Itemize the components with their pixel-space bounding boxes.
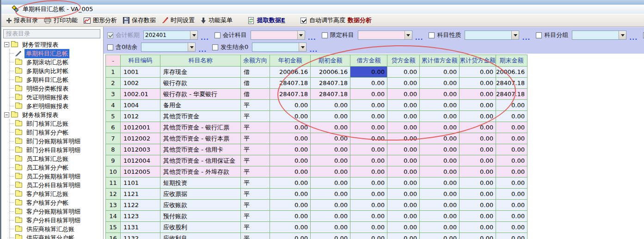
amount-cell[interactable]: 0.00 (460, 155, 496, 166)
balance-direction-cell[interactable]: 平 (241, 233, 270, 239)
row-number-cell[interactable]: 7 (106, 133, 121, 144)
balance-direction-cell[interactable]: 借 (241, 89, 270, 100)
amount-cell[interactable]: 0.00 (350, 222, 387, 233)
amount-cell[interactable]: 0.00 (460, 122, 496, 133)
column-header-10[interactable]: 期末金额 (496, 55, 527, 67)
amount-cell[interactable]: 0.00 (387, 67, 420, 78)
amount-cell[interactable]: 0.00 (496, 166, 527, 178)
amount-cell[interactable]: 0.00 (420, 67, 460, 78)
time-settings-button[interactable]: 时间设置 (162, 16, 195, 25)
account-code-cell[interactable]: 1001 (121, 67, 160, 78)
combobox-dropdown-icon[interactable] (190, 31, 197, 39)
account-name-cell[interactable]: 应收票据 (160, 189, 241, 200)
amount-cell[interactable]: 0.00 (420, 166, 460, 178)
amount-cell[interactable]: 28407.18 (496, 89, 527, 100)
combobox-dropdown-icon[interactable] (188, 43, 195, 51)
balance-direction-cell[interactable]: 平 (241, 155, 270, 166)
row-number-cell[interactable]: 16 (106, 233, 121, 239)
more-options-button[interactable]: ... (415, 36, 423, 40)
account-code-cell[interactable]: 1123 (121, 211, 160, 222)
amount-cell[interactable]: 0.00 (387, 155, 420, 166)
amount-cell[interactable]: 0.00 (496, 189, 527, 200)
filter-label[interactable]: 含0结余 (116, 43, 137, 51)
amount-cell[interactable]: 0.00 (311, 211, 350, 222)
amount-cell[interactable]: 0.00 (311, 233, 350, 239)
balance-direction-cell[interactable]: 平 (241, 222, 270, 233)
amount-cell[interactable]: 0.00 (460, 200, 496, 211)
column-header-6[interactable]: 借方金额 (350, 55, 387, 67)
amount-cell[interactable]: 0.00 (460, 133, 496, 144)
sidebar-item[interactable]: 多期纵向比对帐 (10, 67, 103, 75)
amount-cell[interactable]: 0.00 (460, 211, 496, 222)
balance-direction-cell[interactable]: 平 (241, 211, 270, 222)
amount-cell[interactable]: 0.00 (350, 155, 387, 166)
amount-cell[interactable]: 0.00 (460, 67, 496, 78)
amount-cell[interactable]: 0.00 (460, 100, 496, 111)
amount-cell[interactable]: 0.00 (350, 78, 387, 89)
auto-height-checkbox-group[interactable]: 自动调节高度 (301, 14, 345, 26)
account-code-cell[interactable]: 1012004 (121, 155, 160, 166)
row-number-cell[interactable]: 4 (106, 100, 121, 111)
row-number-cell[interactable]: 9 (106, 155, 121, 166)
account-name-cell[interactable]: 其他货币资金 - 信用卡 (160, 144, 241, 155)
sidebar-item[interactable]: 多期科目汇总帐 (10, 75, 103, 84)
account-code-cell[interactable]: 1122 (121, 200, 160, 211)
filter-label[interactable]: 限定科目 (330, 31, 354, 39)
amount-cell[interactable]: 20006.16 (270, 67, 311, 78)
amount-cell[interactable]: 0.00 (311, 178, 350, 189)
amount-cell[interactable]: 0.00 (270, 211, 311, 222)
amount-cell[interactable]: 0.00 (420, 200, 460, 211)
amount-cell[interactable]: 0.00 (420, 133, 460, 144)
amount-cell[interactable]: 0.00 (311, 200, 350, 211)
sidebar-item[interactable]: 员工核算分户帐 (10, 163, 103, 172)
column-header-4[interactable]: 年初金额 (270, 55, 311, 67)
amount-cell[interactable]: 0.00 (270, 200, 311, 211)
account-name-cell[interactable]: 其他货币资金 - 信用保证金 (160, 155, 241, 166)
amount-cell[interactable]: 0.00 (460, 144, 496, 155)
account-name-cell[interactable]: 短期投资 (160, 178, 241, 189)
sidebar-item[interactable]: 部门分账期核算明细 (10, 137, 103, 146)
amount-cell[interactable]: 0.00 (420, 178, 460, 189)
amount-cell[interactable]: 0.00 (460, 78, 496, 89)
amount-cell[interactable]: 28407.18 (496, 78, 527, 89)
sidebar-item[interactable]: 明细分类帐报表 (10, 84, 103, 93)
balance-direction-cell[interactable]: 平 (241, 111, 270, 122)
combobox-dropdown-icon[interactable] (619, 31, 626, 39)
combobox-dropdown-icon[interactable] (405, 31, 412, 39)
amount-cell[interactable]: 0.00 (387, 122, 420, 133)
amount-cell[interactable]: 0.00 (387, 166, 420, 178)
amount-cell[interactable]: 0.00 (460, 166, 496, 178)
amount-cell[interactable]: 0.00 (270, 100, 311, 111)
filter-combobox[interactable] (572, 31, 626, 40)
sidebar-item[interactable]: 供应商核算汇总账 (10, 225, 103, 233)
filter-checkbox[interactable] (429, 32, 435, 38)
data-analysis-button[interactable]: 数据分析 (348, 14, 372, 26)
amount-cell[interactable]: 0.00 (496, 144, 527, 155)
combobox-dropdown-icon[interactable] (299, 43, 306, 51)
column-header-2[interactable]: 科目名称 (160, 55, 241, 67)
amount-cell[interactable]: 0.00 (420, 222, 460, 233)
amount-cell[interactable]: 0.00 (387, 111, 420, 122)
amount-cell[interactable]: 0.00 (420, 233, 460, 239)
account-name-cell[interactable]: 库存现金 (160, 67, 241, 78)
filter-label[interactable]: 会计帐期 (116, 31, 140, 39)
amount-cell[interactable]: 20006.16 (496, 67, 527, 78)
sidebar-item[interactable]: 凭证明细账报表 (10, 93, 103, 102)
row-number-cell[interactable]: 12 (106, 189, 121, 200)
balance-direction-cell[interactable]: 平 (241, 144, 270, 155)
amount-cell[interactable]: 0.00 (350, 200, 387, 211)
column-header-7[interactable]: 贷方金额 (387, 55, 420, 67)
amount-cell[interactable]: 0.00 (270, 233, 311, 239)
account-code-cell[interactable]: 1012 (121, 111, 160, 122)
amount-cell[interactable]: 0.00 (460, 89, 496, 100)
balance-direction-cell[interactable]: 借 (241, 67, 270, 78)
balance-direction-cell[interactable]: 平 (241, 166, 270, 178)
filter-label[interactable]: 科目分组 (544, 31, 568, 39)
row-number-cell[interactable]: 2 (106, 78, 121, 89)
row-number-cell[interactable]: 13 (106, 200, 121, 211)
auto-height-checkbox[interactable] (301, 18, 307, 24)
amount-cell[interactable]: 0.00 (350, 144, 387, 155)
amount-cell[interactable]: 0.00 (496, 178, 527, 189)
function-menu-button[interactable]: 功能菜单 (201, 16, 233, 25)
account-code-cell[interactable]: 1121 (121, 189, 160, 200)
